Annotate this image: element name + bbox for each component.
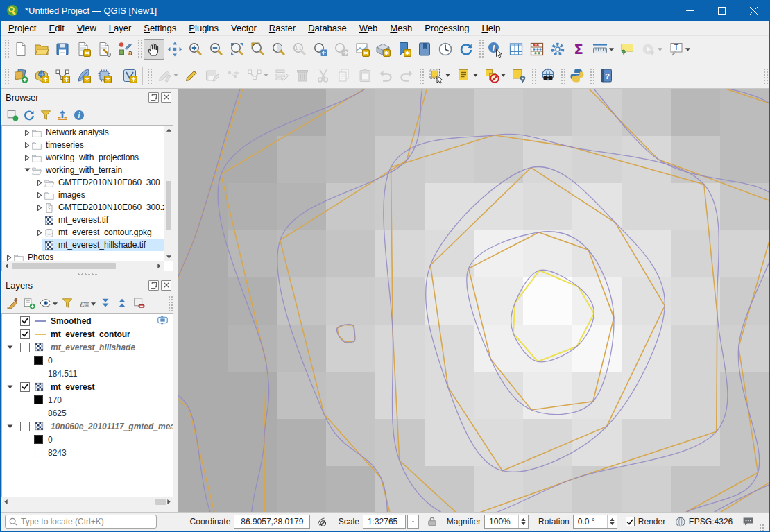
- coordinate-input[interactable]: 86.9057,28.0179: [234, 515, 310, 529]
- show-spatial-bookmarks-button[interactable]: [414, 39, 435, 60]
- minimize-button[interactable]: [674, 0, 705, 21]
- browser-item-timeseries[interactable]: timeseries: [2, 139, 164, 151]
- rotation-updown[interactable]: [607, 515, 617, 528]
- new-print-layout-button[interactable]: [73, 39, 94, 60]
- open-layer-styling-button[interactable]: [4, 295, 21, 311]
- layer-visibility-checkbox[interactable]: [20, 329, 30, 339]
- open-project-button[interactable]: [31, 39, 52, 60]
- expand-all-button[interactable]: [97, 295, 114, 311]
- tree-expander[interactable]: [5, 384, 15, 390]
- layer-visibility-checkbox[interactable]: [20, 316, 30, 326]
- layer-item-10n060e-20101117-gmted-mea3[interactable]: 10n060e_20101117_gmted_mea3: [2, 420, 173, 433]
- text-annotation-dropdown[interactable]: [685, 39, 691, 60]
- browser-item-images[interactable]: images: [2, 189, 164, 201]
- tree-expander[interactable]: [23, 155, 31, 161]
- run-feature-action-dropdown[interactable]: [658, 39, 663, 60]
- new-geopackage-layer-button[interactable]: [31, 65, 52, 86]
- memory-layer-indicator-icon[interactable]: [157, 314, 169, 327]
- filter-legend-button[interactable]: [59, 295, 76, 311]
- pan-to-selection-button[interactable]: [164, 39, 185, 60]
- layers-horizontal-scrollbar[interactable]: [1, 497, 173, 506]
- scroll-right-arrow[interactable]: [155, 261, 164, 271]
- tree-expander[interactable]: [5, 255, 13, 261]
- menu-web[interactable]: Web: [353, 21, 384, 35]
- menu-layer[interactable]: Layer: [103, 21, 138, 35]
- magnifier-spinbox[interactable]: 100%: [484, 515, 529, 529]
- layer-item-mt-everest-contour[interactable]: mt_everest_contour: [2, 327, 173, 341]
- measure-dropdown[interactable]: [609, 39, 615, 60]
- scroll-left-arrow[interactable]: [1, 497, 10, 506]
- locator-search-input[interactable]: Type to locate (Ctrl+K): [5, 515, 157, 529]
- browser-item-mt-everest-hillshade-tif[interactable]: mt_everest_hillshade.tif: [2, 239, 164, 251]
- tree-expander[interactable]: [35, 205, 44, 211]
- zoom-full-button[interactable]: [227, 39, 248, 60]
- toolbar-grip[interactable]: [146, 67, 152, 85]
- browser-close-button[interactable]: [161, 92, 171, 103]
- refresh-button[interactable]: [456, 39, 477, 60]
- browser-item-network-analysis[interactable]: Network analysis: [2, 126, 164, 139]
- toolbar-grip[interactable]: [3, 67, 9, 85]
- add-selected-layer-button[interactable]: [4, 107, 21, 123]
- collapse-all-button[interactable]: [114, 295, 130, 311]
- browser-horizontal-scrollbar[interactable]: [2, 261, 164, 271]
- collapse-tree-button[interactable]: [54, 107, 71, 123]
- temporal-controller-button[interactable]: [435, 39, 456, 60]
- manage-map-themes-button[interactable]: [37, 295, 54, 311]
- menu-plugins[interactable]: Plugins: [182, 21, 225, 35]
- select-by-value-button[interactable]: [453, 65, 481, 86]
- menu-database[interactable]: Database: [302, 21, 353, 35]
- deselect-features-dropdown[interactable]: [501, 65, 506, 86]
- refresh-browser-button[interactable]: [21, 107, 37, 123]
- map-tips-button[interactable]: [617, 39, 638, 60]
- menu-help[interactable]: Help: [475, 21, 506, 35]
- menu-raster[interactable]: Raster: [263, 21, 302, 35]
- data-source-manager-button[interactable]: [10, 65, 31, 86]
- zoom-to-layer-button[interactable]: [248, 39, 268, 60]
- zoom-last-button[interactable]: [310, 39, 331, 60]
- browser-item-photos[interactable]: Photos: [2, 251, 164, 261]
- new-spatial-bookmark-button[interactable]: [393, 39, 414, 60]
- new-virtual-layer-button[interactable]: [119, 65, 140, 86]
- toolbar-grip[interactable]: [531, 67, 536, 85]
- scroll-right-arrow[interactable]: [164, 497, 173, 506]
- filter-by-expression-button[interactable]: ε: [76, 295, 92, 311]
- toggle-editing-button[interactable]: [181, 65, 202, 86]
- layers-float-button[interactable]: [148, 280, 159, 291]
- tree-expander[interactable]: [5, 345, 15, 350]
- browser-item-working-with-projections[interactable]: working_with_projections: [2, 151, 164, 164]
- scale-dropdown-button[interactable]: [407, 515, 419, 529]
- toolbar-grip[interactable]: [137, 40, 142, 58]
- current-edits-dropdown[interactable]: [173, 65, 179, 86]
- crs-value[interactable]: EPSG:4326: [689, 517, 733, 526]
- layer-visibility-checkbox[interactable]: [20, 343, 30, 352]
- select-features-button[interactable]: [425, 65, 453, 86]
- browser-float-button[interactable]: [148, 92, 159, 103]
- remove-layer-button[interactable]: [130, 295, 147, 311]
- browser-vertical-scrollbar[interactable]: [164, 126, 173, 261]
- scroll-thumb[interactable]: [12, 263, 116, 269]
- layer-item-mt-everest-hillshade[interactable]: mt_everest_hillshade: [2, 341, 173, 354]
- zoom-in-button[interactable]: [185, 39, 206, 60]
- new-shapefile-layer-button[interactable]: [52, 65, 73, 86]
- add-group-button[interactable]: [21, 295, 37, 311]
- tree-expander[interactable]: [35, 230, 44, 236]
- layer-item-smoothed[interactable]: Smoothed: [2, 314, 173, 327]
- toolbar-grip[interactable]: [589, 67, 594, 85]
- crs-globe-icon[interactable]: [675, 516, 686, 528]
- menu-project[interactable]: Project: [2, 21, 42, 35]
- select-by-value-dropdown[interactable]: [473, 65, 479, 86]
- messages-button[interactable]: [742, 516, 755, 527]
- field-calculator-button[interactable]: [527, 39, 547, 60]
- rotation-spinbox[interactable]: 0.0 °: [573, 515, 617, 529]
- toolbar-grip[interactable]: [478, 40, 484, 58]
- deselect-from-current-layer-button[interactable]: [508, 65, 529, 86]
- browser-item-gmted2010n10e060-300[interactable]: GMTED2010N10E060_300: [2, 176, 164, 189]
- menu-mesh[interactable]: Mesh: [384, 21, 418, 35]
- tree-expander[interactable]: [35, 180, 44, 186]
- scroll-up-arrow[interactable]: [164, 126, 173, 135]
- maximize-button[interactable]: [705, 0, 737, 21]
- measure-button[interactable]: [589, 39, 617, 60]
- browser-item-mt-everest-tif[interactable]: mt_everest.tif: [2, 214, 164, 226]
- help-button[interactable]: ?: [596, 65, 617, 86]
- zoom-to-selection-button[interactable]: [268, 39, 289, 60]
